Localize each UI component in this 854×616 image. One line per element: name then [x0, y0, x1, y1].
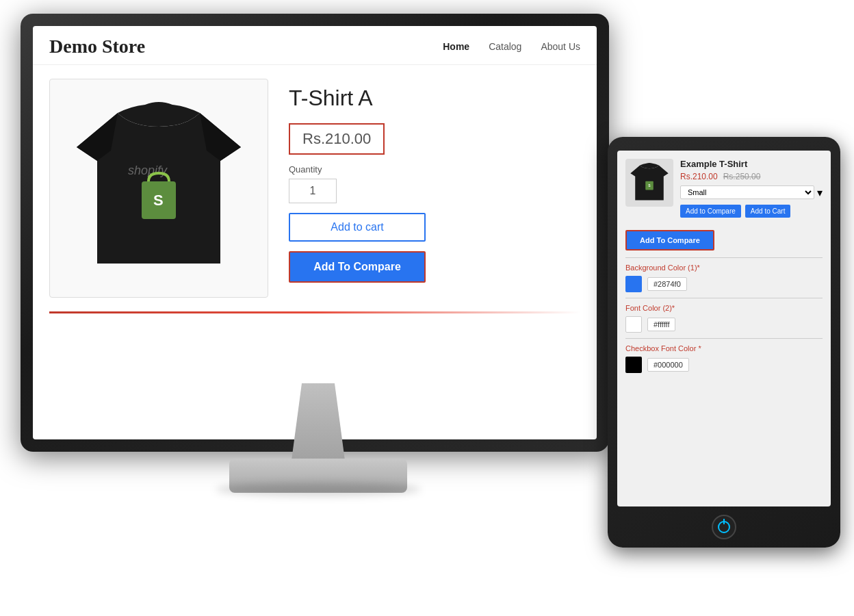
monitor-screen: Demo Store Home Catalog About Us — [33, 26, 597, 439]
tablet-cart-btn-small[interactable]: Add to Cart — [745, 205, 791, 218]
quantity-label: Quantity — [289, 164, 580, 175]
nav-about-us[interactable]: About Us — [541, 41, 580, 52]
tablet-add-to-compare-featured[interactable]: Add To Compare — [625, 230, 714, 251]
add-to-compare-button-monitor[interactable]: Add To Compare — [289, 251, 426, 283]
product-details: T-Shirt A Rs.210.00 Quantity 1 Add to ca… — [289, 79, 580, 298]
tablet-product-info: Example T-Shirt Rs.210.00 Rs.250.00 Smal… — [680, 159, 823, 223]
tablet-content: S Example T-Shirt Rs.210.00 Rs.250.00 Sm… — [617, 151, 831, 387]
tablet: S Example T-Shirt Rs.210.00 Rs.250.00 Sm… — [608, 137, 847, 561]
chevron-down-icon: ▾ — [817, 186, 823, 199]
store-nav: Home Catalog About Us — [443, 41, 580, 52]
svg-text:S: S — [153, 192, 164, 209]
nav-catalog[interactable]: Catalog — [489, 41, 521, 52]
tablet-tshirt-svg: S — [629, 162, 670, 203]
store-header: Demo Store Home Catalog About Us — [33, 26, 597, 65]
tablet-divider-2 — [625, 298, 823, 298]
tablet-frame: S Example T-Shirt Rs.210.00 Rs.250.00 Sm… — [608, 137, 840, 548]
tablet-compare-btn-small[interactable]: Add to Compare — [680, 205, 741, 218]
tablet-prices: Rs.210.00 Rs.250.00 — [680, 172, 823, 181]
tablet-size-select[interactable]: Small Medium Large — [680, 185, 814, 199]
checkbox-color-value[interactable]: #000000 — [647, 358, 689, 372]
product-price: Rs.210.00 — [302, 130, 371, 147]
monitor-stand-shadow — [216, 483, 421, 496]
monitor: Demo Store Home Catalog About Us — [21, 14, 616, 534]
checkbox-font-color-label: Checkbox Font Color * — [625, 344, 823, 352]
font-color-swatch — [625, 316, 642, 333]
bg-color-swatch — [625, 276, 642, 292]
product-image-box: shopify S — [49, 79, 268, 298]
add-to-cart-button[interactable]: Add to cart — [289, 213, 426, 242]
nav-home[interactable]: Home — [443, 41, 469, 52]
svg-text:shopify: shopify — [128, 164, 168, 177]
tablet-product-image: S — [625, 159, 673, 207]
checkbox-color-row: #000000 — [625, 357, 823, 373]
price-box: Rs.210.00 — [289, 123, 385, 155]
tablet-product-name: Example T-Shirt — [680, 159, 823, 169]
tablet-sale-price: Rs.210.00 — [680, 172, 718, 181]
tablet-product-row: S Example T-Shirt Rs.210.00 Rs.250.00 Sm… — [625, 159, 823, 223]
store-logo: Demo Store — [49, 36, 145, 57]
tablet-screen: S Example T-Shirt Rs.210.00 Rs.250.00 Sm… — [617, 151, 831, 506]
power-icon — [718, 521, 730, 533]
bg-color-label: Background Color (1)* — [625, 264, 823, 272]
bg-color-row: #2874f0 — [625, 276, 823, 292]
bg-color-value[interactable]: #2874f0 — [647, 277, 687, 291]
store-content: shopify S T-Shirt A Rs.210.00 Quantity — [33, 65, 597, 311]
font-color-value[interactable]: #ffffff — [647, 318, 675, 331]
store-divider — [49, 311, 580, 313]
tablet-divider-1 — [625, 257, 823, 258]
tablet-divider-3 — [625, 338, 823, 339]
product-image-svg: shopify S — [77, 99, 241, 277]
product-title: T-Shirt A — [289, 86, 580, 111]
quantity-input[interactable]: 1 — [289, 179, 337, 203]
tablet-size-row: Small Medium Large ▾ — [680, 185, 823, 199]
tablet-power-button[interactable] — [712, 515, 736, 539]
font-color-row: #ffffff — [625, 316, 823, 333]
tablet-btn-row: Add to Compare Add to Cart — [680, 205, 823, 218]
tablet-original-price: Rs.250.00 — [723, 172, 761, 181]
font-color-label: Font Color (2)* — [625, 304, 823, 312]
checkbox-color-swatch — [625, 357, 642, 373]
